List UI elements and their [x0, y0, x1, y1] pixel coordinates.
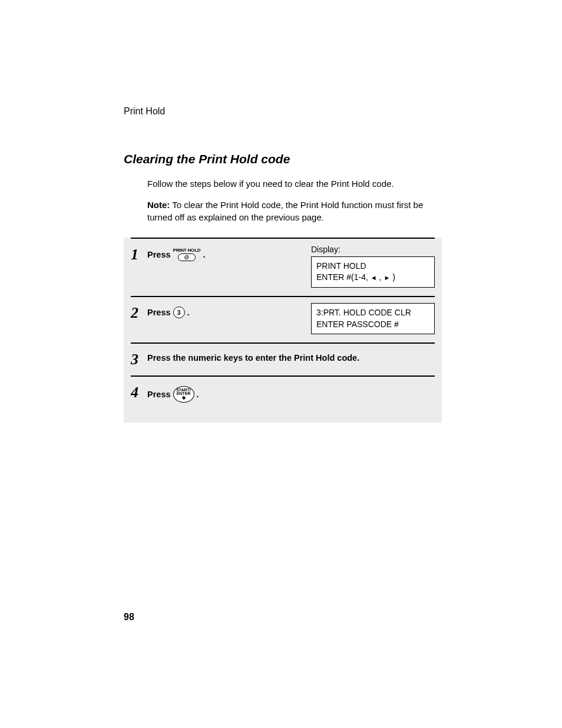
left-arrow-icon: ◄	[371, 274, 377, 281]
step-display: 3:PRT. HOLD CODE CLR ENTER PASSCODE #	[311, 303, 435, 334]
start-enter-key-icon: START/ ENTER ◈	[173, 386, 194, 403]
step-number: 2	[131, 303, 147, 321]
manual-page: Print Hold Clearing the Print Hold code …	[124, 106, 442, 423]
note-text: To clear the Print Hold code, the Print …	[147, 200, 423, 222]
display-line2: ENTER #(1-4, ◄ , ► )	[316, 272, 429, 284]
display-box: 3:PRT. HOLD CODE CLR ENTER PASSCODE #	[311, 303, 435, 334]
step-row: 4 Press START/ ENTER ◈ .	[131, 375, 435, 411]
step-display: Display: PRINT HOLD ENTER #(1-4, ◄ , ► )	[311, 245, 435, 288]
period: .	[197, 390, 199, 399]
intro-text: Follow the steps below if you need to cl…	[147, 178, 442, 190]
period: .	[187, 308, 190, 317]
period: .	[203, 250, 205, 259]
note-block: Note: To clear the Print Hold code, the …	[147, 199, 442, 223]
step-row: 3 Press the numeric keys to enter the Pr…	[131, 342, 435, 375]
step-instruction: Press START/ ENTER ◈ .	[147, 383, 300, 403]
note-label: Note:	[147, 200, 170, 210]
display-line1: PRINT HOLD	[316, 261, 429, 272]
display-label: Display:	[311, 245, 435, 254]
step-row: 2 Press 3 . 3:PRT. HOLD CODE CLR ENTER P…	[131, 296, 435, 342]
steps-container: 1 Press PRINT HOLD @ . Display: PRINT HO…	[124, 238, 442, 423]
press-label: Press	[147, 390, 171, 399]
display-line1: 3:PRT. HOLD CODE CLR	[316, 307, 429, 319]
step-number: 1	[131, 245, 147, 262]
step-instruction: Press PRINT HOLD @ .	[147, 245, 300, 261]
key-bottom-label: @	[178, 253, 196, 261]
print-hold-key-icon: PRINT HOLD @	[173, 248, 201, 261]
key-top-label: PRINT HOLD	[173, 248, 201, 253]
page-number: 98	[124, 612, 134, 622]
right-arrow-icon: ►	[384, 274, 390, 281]
display-box: PRINT HOLD ENTER #(1-4, ◄ , ► )	[311, 256, 435, 288]
display-line2: ENTER PASSCODE #	[316, 319, 429, 331]
key-symbol: ◈	[182, 396, 186, 400]
press-label: Press	[147, 308, 171, 317]
step-row: 1 Press PRINT HOLD @ . Display: PRINT HO…	[131, 238, 435, 296]
section-title: Clearing the Print Hold code	[124, 152, 442, 166]
page-header: Print Hold	[124, 106, 442, 117]
step-instruction: Press 3 .	[147, 303, 300, 318]
step-instruction: Press the numeric keys to enter the Prin…	[147, 350, 359, 363]
number-3-key-icon: 3	[173, 307, 185, 318]
step-number: 4	[131, 383, 147, 400]
step-number: 3	[131, 350, 147, 367]
press-label: Press	[147, 250, 171, 259]
